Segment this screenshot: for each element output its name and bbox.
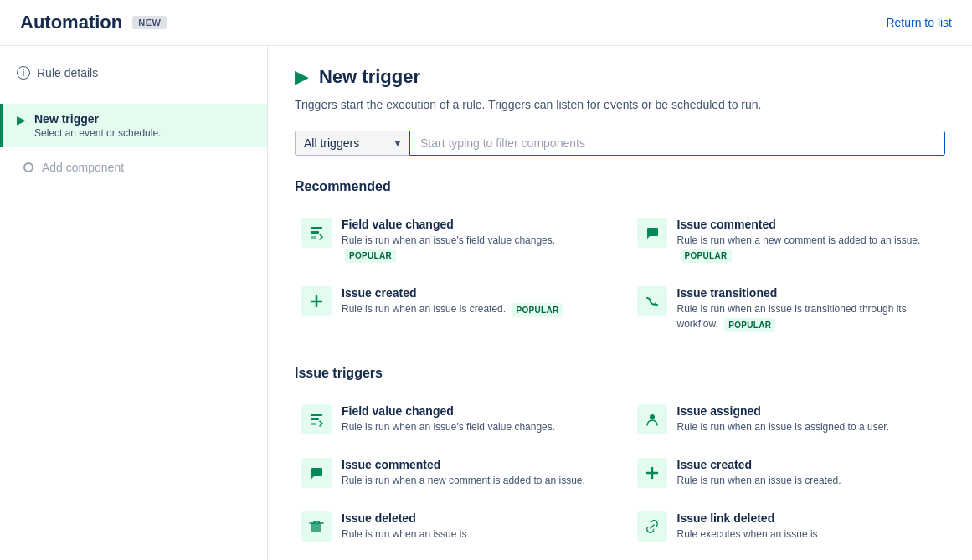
trigger-label: New trigger <box>34 112 161 126</box>
sidebar-add-component[interactable]: Add component <box>0 147 267 181</box>
plus-icon <box>637 458 667 488</box>
field-value-icon <box>301 404 332 434</box>
comment-icon <box>637 218 667 248</box>
trigger-card-title: Issue transitioned <box>677 286 939 300</box>
trigger-card-issue-transitioned-recommended[interactable]: Issue transitioned Rule is run when an i… <box>630 276 946 342</box>
content-header: ▶ New trigger <box>295 66 945 88</box>
trigger-card-title: Issue created <box>342 286 563 300</box>
trigger-card-desc: Rule is run when a new comment is added … <box>342 473 585 488</box>
sidebar-item-rule-details[interactable]: i Rule details <box>0 59 267 86</box>
issue-commented-content2: Issue commented Rule is run when a new c… <box>342 458 585 488</box>
recommended-section-title: Recommended <box>295 179 945 194</box>
issue-created-content: Issue created Rule is run when an issue … <box>342 286 563 316</box>
link-icon <box>637 511 667 542</box>
connector-dot <box>23 162 33 172</box>
trigger-card-desc: Rule is run when an issue's field value … <box>342 419 555 434</box>
comment-svg2 <box>309 465 324 480</box>
plus-svg2 <box>645 465 660 480</box>
issue-assigned-content: Issue assigned Rule is run when an issue… <box>677 404 889 434</box>
info-icon: i <box>17 66 30 80</box>
trigger-card-desc: Rule is run when an issue is created. <box>677 473 841 488</box>
assigned-svg <box>645 412 660 427</box>
trigger-card-issue-assigned[interactable]: Issue assigned Rule is run when an issue… <box>630 394 946 444</box>
trigger-card-desc: Rule is run when an issue is created. PO… <box>342 301 563 316</box>
issue-link-deleted-content: Issue link deleted Rule executes when an… <box>677 511 818 542</box>
svg-rect-5 <box>311 523 321 532</box>
field-value-icon <box>301 218 332 248</box>
trigger-card-field-value-changed-recommended[interactable]: Field value changed Rule is run when an … <box>295 208 610 273</box>
svg-rect-3 <box>311 418 319 420</box>
plus-icon <box>301 286 332 316</box>
filter-row: All triggers Issue triggers Version trig… <box>295 131 945 156</box>
assigned-icon <box>637 404 667 434</box>
issue-transitioned-content: Issue transitioned Rule is run when an i… <box>677 286 939 331</box>
comment-svg <box>645 225 660 240</box>
main-layout: i Rule details ▶ New trigger Select an e… <box>0 46 972 560</box>
svg-point-4 <box>650 414 655 419</box>
svg-rect-0 <box>311 227 322 229</box>
trigger-card-issue-link-deleted[interactable]: Issue link deleted Rule executes when an… <box>630 501 946 552</box>
content-title: New trigger <box>319 66 420 88</box>
field-value-svg <box>309 225 324 240</box>
issue-deleted-content: Issue deleted Rule is run when an issue … <box>342 511 466 542</box>
trigger-card-title: Field value changed <box>342 218 604 231</box>
header: Automation NEW Return to list <box>0 0 972 46</box>
popular-badge: POPULAR <box>512 303 563 317</box>
issue-commented-content: Issue commented Rule is run when a new c… <box>677 218 939 263</box>
comment-icon <box>301 458 332 488</box>
content-description: Triggers start the execution of a rule. … <box>295 96 945 114</box>
issue-triggers-section-title: Issue triggers <box>295 366 945 381</box>
popular-badge: POPULAR <box>681 249 732 263</box>
trigger-card-issue-deleted[interactable]: Issue deleted Rule is run when an issue … <box>295 501 610 552</box>
add-component-label: Add component <box>42 161 124 174</box>
field-value-svg2 <box>309 412 324 427</box>
issue-created-content2: Issue created Rule is run when an issue … <box>677 458 841 488</box>
app-title: Automation <box>20 12 122 33</box>
svg-rect-2 <box>311 414 322 416</box>
trigger-sublabel: Select an event or schedule. <box>34 127 161 139</box>
filter-components-input[interactable] <box>409 131 945 156</box>
svg-rect-1 <box>311 231 319 234</box>
field-value-changed-content: Field value changed Rule is run when an … <box>342 218 604 263</box>
return-to-list-link[interactable]: Return to list <box>886 16 952 29</box>
trigger-card-issue-created-recommended[interactable]: Issue created Rule is run when an issue … <box>295 276 610 342</box>
play-icon: ▶ <box>17 113 26 126</box>
recommended-grid: Field value changed Rule is run when an … <box>295 208 945 342</box>
content-area: ▶ New trigger Triggers start the executi… <box>268 46 972 560</box>
trigger-filter-select[interactable]: All triggers Issue triggers Version trig… <box>295 131 409 156</box>
trigger-card-title: Issue assigned <box>677 404 889 418</box>
trigger-card-issue-commented-recommended[interactable]: Issue commented Rule is run when a new c… <box>630 208 946 273</box>
trigger-card-title: Issue created <box>677 458 841 471</box>
delete-svg <box>309 519 324 534</box>
popular-badge: POPULAR <box>724 318 775 332</box>
trigger-card-field-value-changed[interactable]: Field value changed Rule is run when an … <box>295 394 610 444</box>
trigger-card-desc: Rule is run when an issue is assigned to… <box>677 419 889 434</box>
trigger-card-issue-commented[interactable]: Issue commented Rule is run when a new c… <box>295 448 610 498</box>
link-svg <box>645 519 660 534</box>
select-wrapper: All triggers Issue triggers Version trig… <box>295 131 409 156</box>
transition-svg <box>645 294 660 309</box>
delete-icon <box>301 511 332 542</box>
transition-icon <box>637 286 667 316</box>
popular-badge: POPULAR <box>345 249 396 263</box>
content-play-icon: ▶ <box>295 66 309 88</box>
trigger-card-title: Issue commented <box>342 458 585 471</box>
sidebar: i Rule details ▶ New trigger Select an e… <box>0 46 268 560</box>
new-badge: NEW <box>132 16 167 29</box>
trigger-card-title: Issue link deleted <box>677 511 818 525</box>
header-left: Automation NEW <box>20 12 167 33</box>
trigger-card-title: Issue deleted <box>342 511 466 525</box>
trigger-card-desc: Rule is run when a new comment is added … <box>677 233 939 263</box>
sidebar-trigger-item[interactable]: ▶ New trigger Select an event or schedul… <box>0 104 267 147</box>
trigger-card-desc: Rule executes when an issue is <box>677 527 818 542</box>
issue-triggers-grid: Field value changed Rule is run when an … <box>295 394 945 552</box>
trigger-card-desc: Rule is run when an issue is <box>342 527 466 542</box>
trigger-card-issue-created[interactable]: Issue created Rule is run when an issue … <box>630 448 946 498</box>
trigger-card-title: Issue commented <box>677 218 939 231</box>
field-value-changed-content2: Field value changed Rule is run when an … <box>342 404 555 434</box>
sidebar-divider <box>17 95 250 95</box>
plus-svg <box>309 294 324 309</box>
trigger-card-desc: Rule is run when an issue's field value … <box>342 233 604 263</box>
trigger-card-title: Field value changed <box>342 404 555 418</box>
trigger-text-block: New trigger Select an event or schedule. <box>34 112 161 139</box>
